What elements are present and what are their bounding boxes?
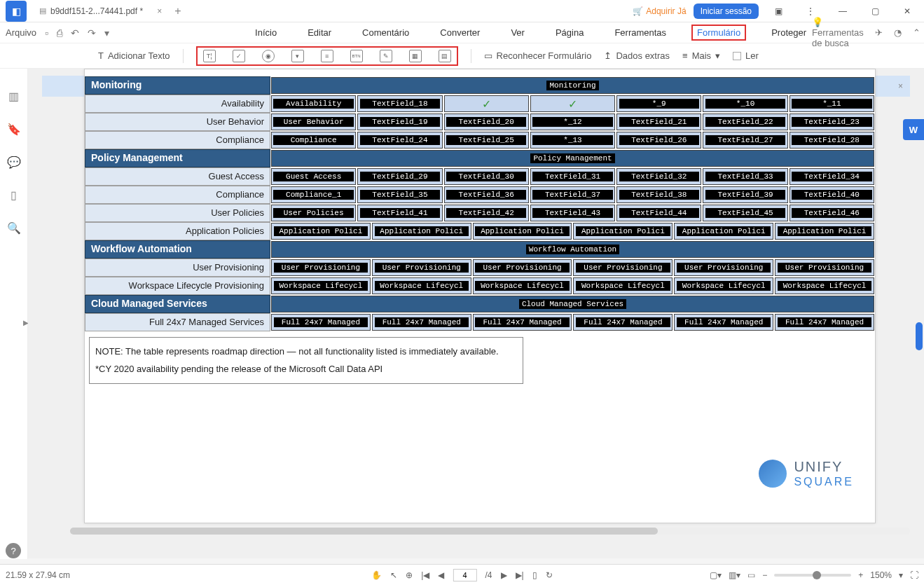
maximize-button[interactable]: ▢ xyxy=(862,6,888,16)
print-icon[interactable]: ⎙ xyxy=(57,27,62,39)
form-field[interactable]: Workspace Lifecycl xyxy=(674,277,773,294)
zoom-in-icon[interactable]: + xyxy=(858,570,863,580)
form-field[interactable]: User Provisioning xyxy=(271,259,371,276)
form-field[interactable]: ✓ xyxy=(444,95,529,112)
tab-formulario[interactable]: Formulário xyxy=(691,25,746,41)
form-field[interactable]: TextField_28 xyxy=(789,132,874,149)
form-field[interactable]: TextField_31 xyxy=(530,168,615,185)
select-tool-icon[interactable]: ↖ xyxy=(390,570,397,580)
form-field[interactable]: Compliance_1 xyxy=(271,186,356,203)
zoom-dropdown-icon[interactable]: ▾ xyxy=(899,570,903,580)
form-field[interactable]: Full 24x7 Managed xyxy=(573,314,673,331)
textfield-tool-icon[interactable]: T¦ xyxy=(203,50,216,62)
page-input[interactable] xyxy=(453,569,476,581)
form-field[interactable]: User Provisioning xyxy=(372,259,471,276)
form-field[interactable]: Full 24x7 Managed xyxy=(271,314,371,331)
field-workflow[interactable]: Workflow Automation xyxy=(526,245,619,254)
login-button[interactable]: Iniciar sessão xyxy=(694,4,759,19)
form-field[interactable]: TextField_29 xyxy=(357,168,442,185)
form-field[interactable]: TextField_41 xyxy=(357,205,442,221)
form-field[interactable]: Application Polici xyxy=(372,223,471,240)
form-field[interactable]: User Provisioning xyxy=(473,259,572,276)
document-tab[interactable]: ▤ b9ddf151-2...74441.pdf * × xyxy=(32,1,169,22)
horizontal-scrollbar[interactable] xyxy=(70,528,910,535)
form-field[interactable]: *_11 xyxy=(789,95,874,112)
file-menu[interactable]: Arquivo xyxy=(6,27,36,38)
tab-proteger[interactable]: Proteger xyxy=(766,25,812,41)
fullscreen-icon[interactable]: ⛶ xyxy=(910,570,918,580)
ribbon-collapse-icon[interactable]: ⌃ xyxy=(913,27,920,38)
form-field[interactable]: TextField_19 xyxy=(357,113,442,130)
zoom-slider[interactable] xyxy=(774,574,851,577)
bookmark-icon[interactable]: 🔖 xyxy=(7,123,21,136)
vertical-scrollbar[interactable] xyxy=(916,70,923,557)
form-field[interactable]: TextField_43 xyxy=(530,205,615,221)
checkbox-tool-icon[interactable]: ✓ xyxy=(233,50,245,62)
form-field[interactable]: TextField_22 xyxy=(703,113,787,130)
view-mode-icon[interactable]: ▥▾ xyxy=(729,570,740,580)
form-field[interactable]: TextField_37 xyxy=(530,186,615,203)
form-field[interactable]: User Policies xyxy=(271,205,356,221)
tab-ver[interactable]: Ver xyxy=(505,25,530,41)
next-page-icon[interactable]: ▶ xyxy=(501,570,507,580)
form-field[interactable]: TextField_39 xyxy=(703,186,787,203)
zoom-tool-icon[interactable]: ⊕ xyxy=(406,570,413,580)
rotate-icon[interactable]: ↻ xyxy=(546,570,553,580)
form-field[interactable]: Compliance xyxy=(271,132,356,149)
dropdown-tool-icon[interactable]: ▾ xyxy=(291,50,304,62)
save-icon[interactable]: ▫ xyxy=(45,27,48,39)
form-field[interactable]: Application Polici xyxy=(271,223,371,240)
form-field[interactable]: User Provisioning xyxy=(775,259,874,276)
field-monitoring[interactable]: Monitoring xyxy=(546,81,598,90)
tab-inicio[interactable]: Início xyxy=(249,25,282,41)
signature-tool-icon[interactable]: ✎ xyxy=(380,50,392,62)
form-field[interactable]: TextField_40 xyxy=(789,186,874,203)
form-field[interactable]: TextField_21 xyxy=(616,113,701,130)
tab-pagina[interactable]: Página xyxy=(550,25,589,41)
buy-now-link[interactable]: 🛒 Adquirir Já xyxy=(633,6,686,16)
close-window-button[interactable]: ✕ xyxy=(895,6,920,16)
attachment-icon[interactable]: ▯ xyxy=(11,188,17,202)
image-tool-icon[interactable]: ▦ xyxy=(409,50,422,62)
more-button[interactable]: ≡Mais▾ xyxy=(682,50,720,61)
search-tools[interactable]: 💡 Ferramentas de busca xyxy=(812,17,864,48)
form-field[interactable]: Availability xyxy=(271,95,356,112)
form-field[interactable]: User Provisioning xyxy=(573,259,673,276)
comment-icon[interactable]: 💬 xyxy=(7,156,21,169)
form-field[interactable]: Full 24x7 Managed xyxy=(674,314,773,331)
form-field[interactable]: ✓ xyxy=(530,95,615,112)
form-field[interactable]: Workspace Lifecycl xyxy=(573,277,673,294)
slider-thumb[interactable] xyxy=(813,571,821,579)
listbox-tool-icon[interactable]: ≡ xyxy=(321,50,333,62)
scrollbar-thumb[interactable] xyxy=(70,528,658,535)
minimize-button[interactable]: — xyxy=(830,6,855,16)
undo-icon[interactable]: ↶ xyxy=(71,27,79,39)
zoom-out-icon[interactable]: − xyxy=(762,570,767,580)
form-field[interactable]: TextField_27 xyxy=(703,132,787,149)
form-field[interactable]: *_12 xyxy=(530,113,615,130)
fit-page-icon[interactable]: ▢▾ xyxy=(710,570,722,580)
form-field[interactable]: TextField_26 xyxy=(616,132,701,149)
form-field[interactable]: TextField_20 xyxy=(444,113,529,130)
button-tool-icon[interactable]: BTN xyxy=(350,50,363,62)
tab-converter[interactable]: Converter xyxy=(434,25,485,41)
tab-editar[interactable]: Editar xyxy=(302,25,337,41)
form-field[interactable]: TextField_33 xyxy=(703,168,787,185)
prev-page-icon[interactable]: ◀ xyxy=(438,570,444,580)
form-field[interactable]: TextField_32 xyxy=(616,168,701,185)
form-field[interactable]: Guest Access xyxy=(271,168,356,185)
read-mode-icon[interactable]: ▭ xyxy=(747,570,755,580)
form-field[interactable]: *_13 xyxy=(530,132,615,149)
banner-close-icon[interactable]: × xyxy=(898,81,903,91)
form-field[interactable]: TextField_24 xyxy=(357,132,442,149)
first-page-icon[interactable]: |◀ xyxy=(421,570,429,580)
hand-tool-icon[interactable]: ✋ xyxy=(371,570,382,580)
form-field[interactable]: TextField_38 xyxy=(616,186,701,203)
panel-icon[interactable]: ▣ xyxy=(766,6,791,16)
read-toggle[interactable]: Ler xyxy=(733,50,759,61)
form-field[interactable]: Workspace Lifecycl xyxy=(775,277,874,294)
single-page-icon[interactable]: ▯ xyxy=(532,570,537,580)
scrollbar-thumb[interactable] xyxy=(916,322,923,350)
help-button[interactable]: ? xyxy=(6,543,21,558)
form-field[interactable]: *_9 xyxy=(616,95,701,112)
